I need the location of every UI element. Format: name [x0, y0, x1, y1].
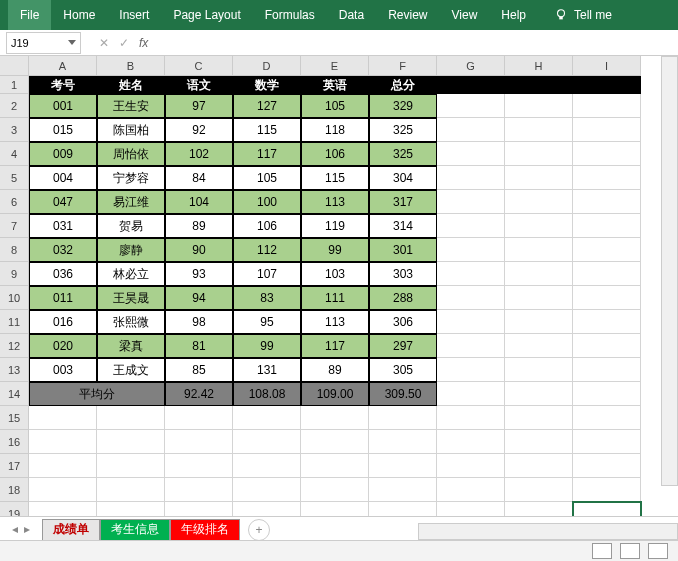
- cell[interactable]: 015: [29, 118, 97, 142]
- row-header-16[interactable]: 16: [0, 430, 29, 454]
- cell[interactable]: 329: [369, 94, 437, 118]
- cell[interactable]: 总分: [369, 76, 437, 94]
- cell[interactable]: 115: [233, 118, 301, 142]
- cell[interactable]: [573, 358, 641, 382]
- cell[interactable]: [437, 430, 505, 454]
- cell[interactable]: 314: [369, 214, 437, 238]
- row-header-8[interactable]: 8: [0, 238, 29, 262]
- cell[interactable]: 90: [165, 238, 233, 262]
- cell[interactable]: [437, 76, 505, 94]
- cell[interactable]: [165, 502, 233, 516]
- tell-me[interactable]: Tell me: [542, 0, 624, 30]
- cell[interactable]: 106: [301, 142, 369, 166]
- row-header-11[interactable]: 11: [0, 310, 29, 334]
- cell[interactable]: 104: [165, 190, 233, 214]
- cell[interactable]: [301, 478, 369, 502]
- cell[interactable]: [233, 454, 301, 478]
- cell[interactable]: [29, 430, 97, 454]
- cell[interactable]: [437, 334, 505, 358]
- cell[interactable]: [301, 502, 369, 516]
- cell[interactable]: 036: [29, 262, 97, 286]
- cell[interactable]: 92.42: [165, 382, 233, 406]
- cell[interactable]: [573, 382, 641, 406]
- cell[interactable]: [505, 166, 573, 190]
- cell[interactable]: [233, 502, 301, 516]
- cell[interactable]: [573, 238, 641, 262]
- cell[interactable]: 99: [301, 238, 369, 262]
- cell[interactable]: [233, 478, 301, 502]
- row-header-19[interactable]: 19: [0, 502, 29, 516]
- cell[interactable]: 317: [369, 190, 437, 214]
- cell[interactable]: [505, 334, 573, 358]
- cell[interactable]: [233, 406, 301, 430]
- add-sheet-button[interactable]: +: [248, 519, 270, 541]
- cell[interactable]: [505, 94, 573, 118]
- sheet-tab-2[interactable]: 年级排名: [170, 519, 240, 541]
- ribbon-home[interactable]: Home: [51, 0, 107, 30]
- cell[interactable]: [573, 334, 641, 358]
- cell[interactable]: 84: [165, 166, 233, 190]
- col-header-D[interactable]: D: [233, 56, 301, 76]
- cell[interactable]: 011: [29, 286, 97, 310]
- cell[interactable]: [165, 454, 233, 478]
- chevron-down-icon[interactable]: [68, 40, 76, 45]
- ribbon-formulas[interactable]: Formulas: [253, 0, 327, 30]
- cell[interactable]: 309.50: [369, 382, 437, 406]
- row-header-10[interactable]: 10: [0, 286, 29, 310]
- col-header-I[interactable]: I: [573, 56, 641, 76]
- cell[interactable]: 016: [29, 310, 97, 334]
- cell[interactable]: [437, 190, 505, 214]
- cell[interactable]: 平均分: [29, 382, 165, 406]
- cell[interactable]: [505, 310, 573, 334]
- cell[interactable]: [437, 142, 505, 166]
- cell[interactable]: 张熙微: [97, 310, 165, 334]
- cell[interactable]: 95: [233, 310, 301, 334]
- cell[interactable]: 117: [301, 334, 369, 358]
- col-header-B[interactable]: B: [97, 56, 165, 76]
- cell[interactable]: [505, 262, 573, 286]
- cell[interactable]: 306: [369, 310, 437, 334]
- scrollbar-horizontal[interactable]: [418, 523, 678, 540]
- ribbon-page-layout[interactable]: Page Layout: [161, 0, 252, 30]
- cell[interactable]: 003: [29, 358, 97, 382]
- cell[interactable]: 数学: [233, 76, 301, 94]
- cell[interactable]: 王成文: [97, 358, 165, 382]
- row-header-5[interactable]: 5: [0, 166, 29, 190]
- tab-prev-icon[interactable]: ◂: [12, 522, 18, 536]
- cell[interactable]: [505, 454, 573, 478]
- select-all-corner[interactable]: [0, 56, 29, 76]
- cell[interactable]: [505, 286, 573, 310]
- cell[interactable]: 032: [29, 238, 97, 262]
- cell[interactable]: [505, 430, 573, 454]
- cell[interactable]: [573, 76, 641, 94]
- cell[interactable]: [505, 238, 573, 262]
- row-header-9[interactable]: 9: [0, 262, 29, 286]
- cell[interactable]: 127: [233, 94, 301, 118]
- col-header-F[interactable]: F: [369, 56, 437, 76]
- cell[interactable]: [437, 454, 505, 478]
- cell[interactable]: [29, 502, 97, 516]
- col-header-A[interactable]: A: [29, 56, 97, 76]
- cell[interactable]: [97, 454, 165, 478]
- cell[interactable]: [437, 214, 505, 238]
- cell[interactable]: [505, 406, 573, 430]
- cell[interactable]: [437, 166, 505, 190]
- cell[interactable]: [301, 430, 369, 454]
- cell[interactable]: [97, 406, 165, 430]
- cell[interactable]: [369, 454, 437, 478]
- row-header-14[interactable]: 14: [0, 382, 29, 406]
- cell[interactable]: 001: [29, 94, 97, 118]
- scrollbar-vertical[interactable]: [661, 56, 678, 486]
- view-pagebreak-icon[interactable]: [648, 543, 668, 559]
- row-header-7[interactable]: 7: [0, 214, 29, 238]
- cell[interactable]: 107: [233, 262, 301, 286]
- cell[interactable]: 102: [165, 142, 233, 166]
- cell[interactable]: 94: [165, 286, 233, 310]
- cell[interactable]: 林必立: [97, 262, 165, 286]
- cell[interactable]: 004: [29, 166, 97, 190]
- cell[interactable]: 009: [29, 142, 97, 166]
- cell[interactable]: 英语: [301, 76, 369, 94]
- cell[interactable]: [97, 478, 165, 502]
- cell[interactable]: [573, 214, 641, 238]
- cell[interactable]: 108.08: [233, 382, 301, 406]
